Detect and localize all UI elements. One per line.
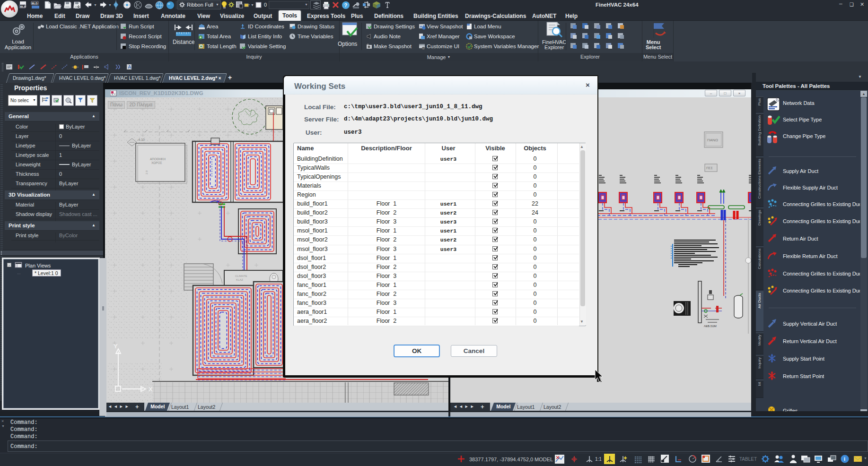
- svg-text:ΧΩΡΟΣ: ΧΩΡΟΣ: [151, 161, 162, 164]
- svg-text:X: X: [149, 386, 153, 393]
- svg-text:KLAZ: KLAZ: [236, 278, 243, 281]
- svg-text:?: ?: [344, 2, 348, 8]
- svg-text:CLIMATE: CLIMATE: [235, 275, 247, 277]
- svg-text:ΠΣΣ: ΠΣΣ: [706, 166, 713, 170]
- svg-text:ΛΕΒ.ΣΩΜ: ΛΕΒ.ΣΩΜ: [704, 325, 717, 328]
- svg-text:Y: Y: [114, 343, 118, 350]
- svg-text:BLD: BLD: [20, 5, 26, 8]
- svg-text:i: i: [844, 456, 845, 462]
- svg-text:-4.10: -4.10: [137, 138, 145, 141]
- svg-text:2.9: 2.9: [145, 170, 148, 174]
- svg-text:ΑΠΟΘΗΚΗ: ΑΠΟΘΗΚΗ: [150, 157, 166, 161]
- svg-text:ΠΑΝΩ: ΠΑΝΩ: [707, 138, 718, 142]
- svg-text:BLD: BLD: [32, 2, 38, 5]
